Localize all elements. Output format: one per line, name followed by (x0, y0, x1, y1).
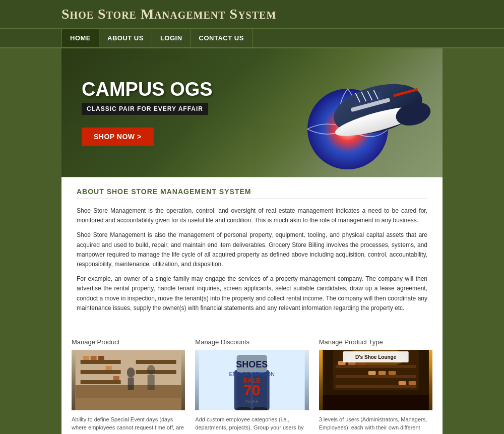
card-3-title: Manage Product Type (319, 338, 432, 346)
svg-rect-52 (388, 371, 396, 375)
svg-rect-51 (378, 371, 386, 375)
card-manage-product: Manage Product (72, 338, 185, 434)
svg-rect-18 (83, 356, 89, 360)
card-1-image (72, 350, 185, 410)
svg-rect-19 (91, 356, 97, 360)
header: Shoe Store Management System (0, 0, 504, 29)
nav-item-home[interactable]: HOME (61, 29, 99, 47)
svg-rect-45 (335, 375, 416, 378)
about-para-3: For example, an owner of a single family… (77, 274, 427, 313)
nav-item-contact[interactable]: CONTACT US (191, 29, 253, 47)
svg-rect-16 (136, 360, 176, 364)
about-para-1: Shoe Store Management is the operation, … (77, 206, 427, 225)
cards-section: Manage Product (61, 328, 443, 434)
svg-rect-24 (128, 378, 134, 390)
about-para-2: Shoe Store Management is also the manage… (77, 230, 427, 269)
card-3-image: D's Shoe Lounge (319, 350, 432, 410)
nav-item-about[interactable]: ABOUT US (99, 29, 152, 47)
svg-text:D's Shoe Lounge: D's Shoe Lounge (355, 354, 397, 360)
svg-point-23 (127, 367, 135, 378)
about-title: ABOUT SHOE STORE MANAGEMENT SYSTEM (77, 188, 427, 199)
card-1-title: Manage Product (72, 338, 185, 346)
svg-rect-17 (136, 370, 176, 374)
card-manage-discounts: Manage Discounts SHOES (195, 338, 308, 434)
hero-tagline: CLASSIC PAIR FOR EVERY AFFAIR (82, 103, 208, 115)
svg-text:SHOES: SHOES (236, 359, 268, 369)
svg-rect-50 (368, 371, 375, 375)
nav: HOME ABOUT US LOGIN CONTACT US (0, 29, 504, 48)
svg-rect-57 (323, 395, 428, 410)
svg-rect-13 (81, 360, 121, 364)
card-2-image: SHOES END OF SEASON SALE 70 %OFF (195, 350, 308, 410)
app-wrapper: Shoe Store Management System HOME ABOUT … (0, 0, 504, 434)
svg-rect-54 (408, 381, 416, 385)
svg-rect-53 (398, 381, 406, 385)
card-2-desc: Add custom employee categories (i.e., de… (195, 415, 308, 434)
site-title: Shoe Store Management System (61, 6, 276, 22)
hero-left: CAMPUS OGs CLASSIC PAIR FOR EVERY AFFAIR… (61, 65, 233, 161)
svg-rect-21 (106, 366, 112, 370)
card-1-desc: Ability to define Special Event days (da… (72, 415, 185, 434)
svg-rect-15 (81, 380, 121, 384)
svg-point-25 (147, 365, 155, 375)
about-section: ABOUT SHOE STORE MANAGEMENT SYSTEM Shoe … (61, 177, 443, 328)
svg-rect-14 (81, 370, 121, 374)
hero-brand: CAMPUS OGs (82, 80, 213, 99)
svg-rect-20 (98, 356, 104, 360)
nav-item-login[interactable]: LOGIN (152, 29, 191, 47)
svg-rect-27 (76, 398, 181, 410)
hero-right (233, 48, 443, 177)
svg-text:%OFF: %OFF (245, 399, 259, 404)
hero-banner: CAMPUS OGs CLASSIC PAIR FOR EVERY AFFAIR… (61, 48, 443, 177)
svg-rect-26 (148, 375, 155, 390)
card-manage-product-type: Manage Product Type (319, 338, 432, 434)
card-2-title: Manage Discounts (195, 338, 308, 346)
svg-rect-22 (113, 376, 119, 380)
card-3-desc: 3 levels of users (Administrators, Manag… (319, 415, 432, 434)
hero-illustration (233, 48, 443, 177)
svg-rect-44 (335, 365, 416, 368)
main-content: CAMPUS OGs CLASSIC PAIR FOR EVERY AFFAIR… (61, 48, 443, 434)
shop-now-button[interactable]: SHOP NOW > (82, 128, 154, 146)
svg-text:70: 70 (243, 382, 260, 398)
svg-rect-46 (335, 385, 416, 388)
